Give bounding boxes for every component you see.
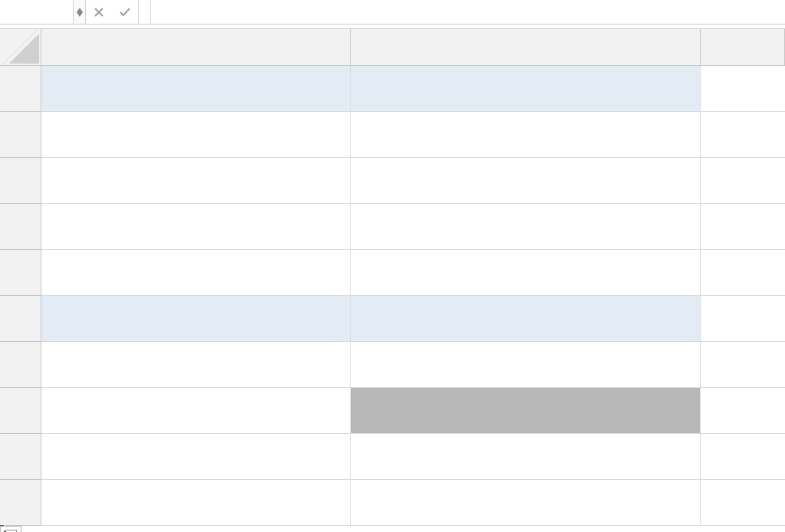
cell-B10[interactable] xyxy=(351,480,701,526)
cell-C7[interactable] xyxy=(701,342,785,388)
cell-A4[interactable] xyxy=(41,204,351,250)
row-header-7[interactable] xyxy=(0,342,41,388)
row-header-9[interactable] xyxy=(0,434,41,480)
cell-A7[interactable] xyxy=(41,342,351,388)
select-all-corner[interactable] xyxy=(0,29,41,66)
cell-A8[interactable] xyxy=(41,388,351,434)
column-header-B[interactable] xyxy=(351,29,701,66)
cell-B6[interactable] xyxy=(351,296,701,342)
divider xyxy=(150,0,151,24)
cell-A6[interactable] xyxy=(41,296,351,342)
cell-A2[interactable] xyxy=(41,112,351,158)
column-header-C[interactable] xyxy=(701,29,785,66)
cell-C5[interactable] xyxy=(701,250,785,296)
cell-A1[interactable] xyxy=(41,66,351,112)
cell-B4[interactable] xyxy=(351,204,701,250)
cell-A9[interactable] xyxy=(41,434,351,480)
close-icon xyxy=(94,7,104,18)
name-box[interactable] xyxy=(0,0,86,24)
cell-C9[interactable] xyxy=(701,434,785,480)
cell-B8[interactable] xyxy=(351,388,701,434)
chevron-down-icon xyxy=(77,12,83,17)
cell-A3[interactable] xyxy=(41,158,351,204)
cell-C2[interactable] xyxy=(701,112,785,158)
check-icon xyxy=(119,7,131,18)
cell-C8[interactable] xyxy=(701,388,785,434)
autofill-options-button[interactable] xyxy=(0,526,21,532)
row-header-4[interactable] xyxy=(0,204,41,250)
cell-B7[interactable] xyxy=(351,342,701,388)
spreadsheet-grid[interactable]: + xyxy=(0,29,785,526)
cell-B1[interactable] xyxy=(351,66,701,112)
cell-C10[interactable] xyxy=(701,480,785,526)
row-header-6[interactable] xyxy=(0,296,41,342)
cell-C1[interactable] xyxy=(701,66,785,112)
cell-C3[interactable] xyxy=(701,158,785,204)
accept-formula-button[interactable] xyxy=(112,0,138,24)
cell-A10[interactable] xyxy=(41,480,351,526)
row-header-8[interactable] xyxy=(0,388,41,434)
formula-bar xyxy=(0,0,785,25)
column-header-A[interactable] xyxy=(41,29,351,66)
cell-A5[interactable] xyxy=(41,250,351,296)
name-box-stepper[interactable] xyxy=(73,0,85,24)
cell-B5[interactable] xyxy=(351,250,701,296)
row-header-10[interactable] xyxy=(0,480,41,526)
row-header-2[interactable] xyxy=(0,112,41,158)
cell-B2[interactable] xyxy=(351,112,701,158)
divider xyxy=(138,0,139,24)
cell-B3[interactable] xyxy=(351,158,701,204)
cell-B9[interactable] xyxy=(351,434,701,480)
cancel-formula-button[interactable] xyxy=(86,0,112,24)
svg-marker-1 xyxy=(77,12,83,17)
cell-C6[interactable] xyxy=(701,296,785,342)
row-header-1[interactable] xyxy=(0,66,41,112)
svg-marker-4 xyxy=(9,34,39,64)
row-header-5[interactable] xyxy=(0,250,41,296)
cell-C4[interactable] xyxy=(701,204,785,250)
row-header-3[interactable] xyxy=(0,158,41,204)
